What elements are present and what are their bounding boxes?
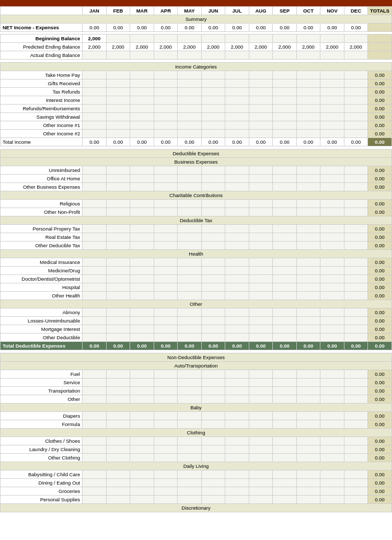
net-val-8[interactable]: 0.00 (273, 24, 297, 32)
data-cell[interactable] (154, 130, 178, 138)
data-cell[interactable] (154, 370, 178, 378)
data-cell[interactable] (130, 258, 154, 267)
data-cell[interactable] (249, 378, 273, 387)
nd-item-total[interactable]: 0.00 (368, 370, 392, 378)
data-cell[interactable] (225, 113, 249, 121)
data-cell[interactable] (83, 496, 107, 504)
data-cell[interactable] (83, 334, 107, 342)
total-deductible-val-2[interactable]: 0.00 (130, 342, 154, 350)
data-cell[interactable] (178, 88, 202, 96)
data-cell[interactable] (201, 175, 225, 183)
income-item-total[interactable]: 0.00 (368, 96, 392, 105)
data-cell[interactable] (201, 445, 225, 454)
data-cell[interactable] (130, 225, 154, 233)
net-val-0[interactable]: 0.00 (83, 24, 107, 32)
data-cell[interactable] (201, 308, 225, 317)
net-val-4[interactable]: 0.00 (178, 24, 202, 32)
deductible-item-total[interactable]: 0.00 (368, 325, 392, 334)
data-cell[interactable] (296, 113, 320, 121)
data-cell[interactable] (130, 445, 154, 454)
net-val-5[interactable]: 0.00 (201, 24, 225, 32)
data-cell[interactable] (225, 88, 249, 96)
data-cell[interactable] (201, 275, 225, 283)
data-cell[interactable] (296, 79, 320, 88)
data-cell[interactable] (249, 35, 273, 43)
total-income-val-9[interactable]: 0.00 (296, 138, 320, 146)
data-cell[interactable] (130, 325, 154, 334)
deductible-item-total[interactable]: 0.00 (368, 308, 392, 317)
data-cell[interactable] (106, 317, 130, 325)
total-income-val-11[interactable]: 0.00 (344, 138, 368, 146)
data-cell[interactable] (178, 334, 202, 342)
predicted-val-1[interactable]: 2,000 (106, 43, 130, 51)
total-deductible-val-1[interactable]: 0.00 (106, 342, 130, 350)
data-cell[interactable] (296, 325, 320, 334)
data-cell[interactable] (273, 121, 297, 130)
data-cell[interactable] (320, 479, 344, 487)
data-cell[interactable] (320, 325, 344, 334)
data-cell[interactable] (273, 96, 297, 105)
data-cell[interactable] (296, 121, 320, 130)
nd-item-total[interactable]: 0.00 (368, 479, 392, 487)
data-cell[interactable] (344, 387, 368, 395)
data-cell[interactable] (83, 233, 107, 242)
data-cell[interactable] (154, 88, 178, 96)
data-cell[interactable] (130, 395, 154, 404)
data-cell[interactable] (201, 378, 225, 387)
data-cell[interactable] (106, 71, 130, 79)
total-deductible-val-7[interactable]: 0.00 (249, 342, 273, 350)
data-cell[interactable] (273, 283, 297, 292)
data-cell[interactable] (225, 71, 249, 79)
data-cell[interactable] (225, 479, 249, 487)
data-cell[interactable] (83, 437, 107, 445)
data-cell[interactable] (249, 242, 273, 250)
data-cell[interactable] (320, 166, 344, 175)
data-cell[interactable] (130, 113, 154, 121)
data-cell[interactable] (130, 105, 154, 113)
data-cell[interactable] (225, 225, 249, 233)
data-cell[interactable] (106, 96, 130, 105)
data-cell[interactable] (225, 51, 249, 60)
total-income-val-10[interactable]: 0.00 (320, 138, 344, 146)
data-cell[interactable] (273, 334, 297, 342)
data-cell[interactable] (106, 470, 130, 479)
data-cell[interactable] (344, 496, 368, 504)
data-cell[interactable] (201, 35, 225, 43)
data-cell[interactable] (130, 378, 154, 387)
data-cell[interactable] (154, 275, 178, 283)
data-cell[interactable] (249, 233, 273, 242)
deductible-item-total[interactable]: 0.00 (368, 208, 392, 216)
data-cell[interactable] (273, 370, 297, 378)
deductible-item-total[interactable]: 0.00 (368, 267, 392, 275)
data-cell[interactable] (178, 121, 202, 130)
data-cell[interactable] (344, 470, 368, 479)
data-cell[interactable] (296, 183, 320, 191)
data-cell[interactable] (249, 275, 273, 283)
data-cell[interactable] (320, 308, 344, 317)
data-cell[interactable] (225, 420, 249, 429)
data-cell[interactable] (178, 35, 202, 43)
data-cell[interactable] (154, 51, 178, 60)
data-cell[interactable] (225, 308, 249, 317)
data-cell[interactable] (201, 130, 225, 138)
data-cell[interactable] (344, 121, 368, 130)
data-cell[interactable] (201, 317, 225, 325)
data-cell[interactable] (344, 79, 368, 88)
data-cell[interactable] (178, 420, 202, 429)
data-cell[interactable] (130, 283, 154, 292)
data-cell[interactable] (249, 412, 273, 420)
data-cell[interactable] (249, 470, 273, 479)
data-cell[interactable] (154, 487, 178, 496)
data-cell[interactable] (344, 166, 368, 175)
data-cell[interactable] (130, 208, 154, 216)
data-cell[interactable] (344, 113, 368, 121)
data-cell[interactable] (273, 470, 297, 479)
data-cell[interactable] (296, 96, 320, 105)
total-income-val-8[interactable]: 0.00 (273, 138, 297, 146)
data-cell[interactable] (201, 496, 225, 504)
data-cell[interactable] (106, 242, 130, 250)
data-cell[interactable] (83, 121, 107, 130)
data-cell[interactable] (344, 267, 368, 275)
data-cell[interactable] (320, 395, 344, 404)
data-cell[interactable] (154, 479, 178, 487)
